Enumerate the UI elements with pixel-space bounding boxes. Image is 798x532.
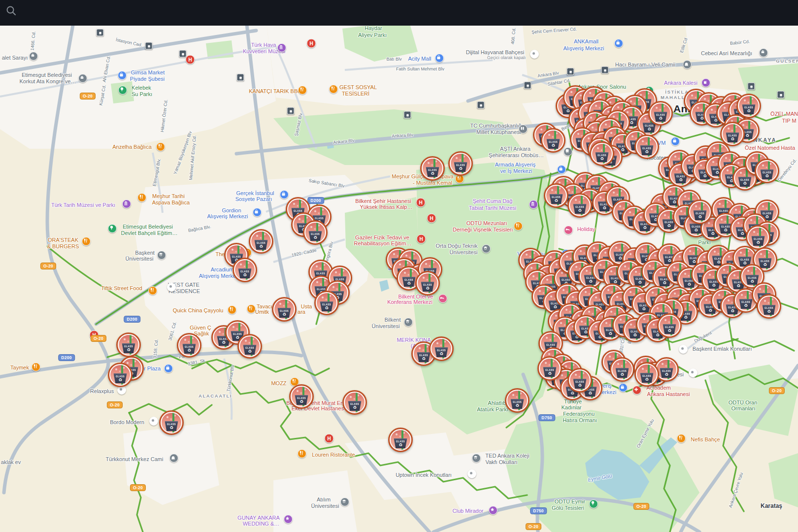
glass-bin: GLASS♻ bbox=[320, 301, 333, 311]
marker-photo: GLASS♻ bbox=[162, 413, 181, 432]
glass-recycle-marker[interactable]: GLASS♻ bbox=[755, 159, 779, 183]
glass-recycle-marker[interactable]: GLASS♻ bbox=[610, 357, 634, 382]
marker-photo: GLASS♻ bbox=[748, 228, 768, 247]
glass-recycle-marker[interactable]: GLASS♻ bbox=[420, 156, 445, 181]
recycle-icon: ♻ bbox=[435, 352, 448, 356]
glass-bin: GLASS♻ bbox=[114, 373, 127, 383]
marker-photo: GLASS♻ bbox=[305, 223, 325, 242]
recycle-icon: ♻ bbox=[320, 306, 333, 310]
marker-photo: GLASS♻ bbox=[345, 393, 365, 412]
glass-recycle-marker[interactable]: GLASS♻ bbox=[289, 384, 314, 409]
marker-photo: GLASS♻ bbox=[637, 137, 657, 157]
recycle-icon: ♻ bbox=[752, 240, 765, 244]
glass-recycle-marker[interactable]: GLASS♻ bbox=[177, 333, 201, 358]
glass-recycle-marker[interactable]: GLASS♻ bbox=[757, 294, 781, 319]
glass-recycle-marker[interactable]: GLASS♻ bbox=[567, 193, 592, 218]
glass-recycle-marker[interactable]: GLASS♻ bbox=[541, 128, 565, 153]
glass-recycle-marker[interactable]: GLASS♻ bbox=[116, 332, 141, 357]
marker-photo: GLASS♻ bbox=[317, 293, 336, 313]
glass-bin: GLASS♻ bbox=[550, 194, 563, 204]
glass-recycle-marker[interactable]: GLASS♻ bbox=[567, 368, 592, 393]
recycle-icon: ♻ bbox=[707, 283, 721, 287]
marker-photo: GLASS♻ bbox=[570, 196, 590, 215]
glass-recycle-marker[interactable]: GLASS♻ bbox=[342, 390, 367, 415]
recycle-icon: ♻ bbox=[573, 208, 587, 212]
glass-bin: GLASS♻ bbox=[759, 258, 772, 268]
recycle-icon: ♻ bbox=[421, 286, 434, 290]
glass-bin: GLASS♻ bbox=[573, 204, 587, 214]
glass-recycle-marker[interactable]: GLASS♻ bbox=[415, 271, 440, 296]
recycle-markers-layer: GLASS♻GLASS♻GLASS♻GLASS♻GLASS♻GLASS♻GLAS… bbox=[0, 0, 798, 532]
glass-recycle-marker[interactable]: GLASS♻ bbox=[388, 428, 413, 452]
glass-bin: GLASS♻ bbox=[640, 145, 654, 155]
marker-photo: GLASS♻ bbox=[739, 96, 759, 116]
glass-bin: GLASS♻ bbox=[746, 275, 759, 285]
recycle-icon: ♻ bbox=[454, 166, 467, 170]
glass-recycle-marker[interactable]: GLASS♻ bbox=[448, 151, 473, 176]
marker-photo: GLASS♻ bbox=[391, 430, 410, 450]
glass-recycle-marker[interactable]: GLASS♻ bbox=[108, 363, 133, 387]
glass-bin: GLASS♻ bbox=[454, 162, 467, 172]
glass-bin: GLASS♻ bbox=[402, 277, 416, 287]
glass-bin: GLASS♻ bbox=[761, 169, 774, 179]
glass-recycle-marker[interactable]: GLASS♻ bbox=[505, 388, 530, 413]
recycle-icon: ♻ bbox=[584, 279, 598, 283]
glass-bin: GLASS♻ bbox=[752, 236, 765, 246]
glass-recycle-marker[interactable]: GLASS♻ bbox=[688, 200, 712, 224]
glass-recycle-marker[interactable]: GLASS♻ bbox=[272, 297, 297, 322]
recycle-icon: ♻ bbox=[165, 426, 178, 430]
glass-recycle-marker[interactable]: GLASS♻ bbox=[657, 313, 682, 338]
recycle-icon: ♻ bbox=[309, 235, 322, 239]
glass-recycle-marker[interactable]: GLASS♻ bbox=[429, 336, 454, 361]
recycle-icon: ♻ bbox=[654, 116, 667, 120]
glass-recycle-marker[interactable]: GLASS♻ bbox=[537, 356, 562, 381]
glass-recycle-marker[interactable]: GLASS♻ bbox=[303, 220, 328, 245]
recycle-icon: ♻ bbox=[122, 348, 135, 352]
glass-bin: GLASS♻ bbox=[663, 324, 676, 334]
recycle-icon: ♻ bbox=[243, 349, 257, 353]
glass-bin: GLASS♻ bbox=[763, 305, 776, 315]
marker-photo: GLASS♻ bbox=[119, 335, 138, 355]
marker-photo: GLASS♻ bbox=[592, 144, 612, 164]
marker-photo: GLASS♻ bbox=[546, 186, 566, 205]
marker-photo: GLASS♻ bbox=[660, 316, 679, 335]
recycle-icon: ♻ bbox=[663, 329, 676, 332]
marker-photo: GLASS♻ bbox=[274, 299, 294, 319]
glass-bin: GLASS♻ bbox=[573, 379, 587, 389]
glass-bin: GLASS♻ bbox=[421, 282, 434, 292]
glass-recycle-marker[interactable]: GLASS♻ bbox=[237, 334, 262, 359]
glass-bin: GLASS♻ bbox=[654, 112, 667, 122]
glass-bin: GLASS♻ bbox=[511, 399, 524, 409]
glass-bin: GLASS♻ bbox=[742, 104, 756, 114]
glass-recycle-marker[interactable]: GLASS♻ bbox=[648, 101, 673, 126]
marker-photo: GLASS♻ bbox=[110, 365, 130, 385]
recycle-icon: ♻ bbox=[763, 309, 776, 313]
glass-bin: GLASS♻ bbox=[726, 133, 739, 142]
recycle-icon: ♻ bbox=[761, 174, 774, 178]
recycle-icon: ♻ bbox=[616, 372, 629, 376]
glass-recycle-marker[interactable]: GLASS♻ bbox=[746, 225, 770, 250]
glass-recycle-marker[interactable]: GLASS♻ bbox=[233, 258, 257, 282]
marker-photo: GLASS♻ bbox=[432, 339, 451, 359]
glass-bin: GLASS♻ bbox=[739, 299, 753, 309]
glass-bin: GLASS♻ bbox=[640, 373, 654, 383]
glass-recycle-marker[interactable]: GLASS♻ bbox=[159, 410, 184, 435]
glass-recycle-marker[interactable]: GLASS♻ bbox=[544, 183, 568, 208]
glass-recycle-marker[interactable]: GLASS♻ bbox=[634, 134, 659, 159]
recycle-icon: ♻ bbox=[511, 403, 524, 407]
glass-recycle-marker[interactable]: GLASS♻ bbox=[249, 229, 273, 254]
glass-recycle-marker[interactable]: GLASS♻ bbox=[590, 141, 614, 166]
recycle-icon: ♻ bbox=[633, 280, 647, 284]
marker-photo: GLASS♻ bbox=[637, 365, 657, 384]
glass-recycle-marker[interactable]: GLASS♻ bbox=[314, 291, 339, 315]
recycle-icon: ♻ bbox=[402, 281, 416, 285]
glass-recycle-marker[interactable]: GLASS♻ bbox=[634, 362, 659, 387]
marker-photo: GLASS♻ bbox=[757, 161, 777, 181]
search-icon[interactable] bbox=[5, 4, 18, 17]
recycle-icon: ♻ bbox=[683, 282, 696, 286]
recycle-icon: ♻ bbox=[643, 127, 656, 131]
map-canvas[interactable]: 1466. Cd.İstasyon Cad.Ahi Elvan Cd.Kürşa… bbox=[0, 0, 798, 532]
marker-photo: GLASS♻ bbox=[418, 273, 437, 293]
glass-bin: GLASS♻ bbox=[543, 367, 557, 377]
recycle-icon: ♻ bbox=[663, 224, 676, 228]
